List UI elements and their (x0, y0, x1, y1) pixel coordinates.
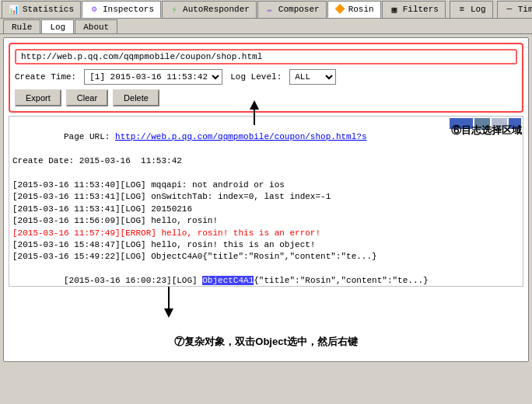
log-line-2: [2015-03-16 11:53:41][LOG] onSwitchTab: … (12, 191, 520, 203)
top-nav-bar: 📊 Statistics ⚙ Inspectors ⚡ AutoResponde… (0, 0, 532, 19)
controls-row: Create Time: [1] 2015-03-16 11:53:42 Log… (15, 69, 517, 85)
sub-tab-log[interactable]: Log (41, 19, 74, 33)
page-url-label: Page URL: (64, 132, 115, 141)
log-line-5: [2015-03-16 11:57:49][ERROR] hello, rosi… (12, 228, 520, 239)
tab-rosin[interactable]: 🔶 Rosin (327, 1, 381, 18)
log-line-7: [2015-03-16 15:49:22][LOG] ObjectC4A0{"t… (12, 251, 520, 263)
tab-log-label: Log (471, 5, 486, 14)
rosin-icon: 🔶 (334, 4, 345, 15)
tab-filters[interactable]: ▦ Filters (382, 1, 446, 18)
create-time-label: Create Time: (15, 72, 76, 82)
arrow-down-container (164, 287, 173, 318)
log-output[interactable]: Page URL: http://web.p.qq.com/qqmpmobile… (9, 116, 523, 287)
create-time-select[interactable]: [1] 2015-03-16 11:53:42 (84, 69, 222, 85)
log-create-date: Create Date: 2015-03-16 11:53:42 (12, 155, 520, 167)
tab-autoresponder-label: AutoResponder (183, 5, 250, 14)
color-block-mid (474, 118, 490, 129)
auto-icon: ⚡ (169, 4, 180, 15)
export-button[interactable]: Export (15, 89, 61, 106)
tab-statistics[interactable]: 📊 Statistics (2, 1, 81, 18)
color-block-light (492, 118, 507, 129)
log-section: Page URL: http://web.p.qq.com/qqmpmobile… (9, 116, 523, 287)
sub-tab-rule-label: Rule (12, 23, 32, 32)
log-page-url: Page URL: http://web.p.qq.com/qqmpmobile… (12, 120, 520, 155)
log-empty (12, 168, 520, 179)
clear-button[interactable]: Clear (66, 89, 108, 106)
main-panel: Create Time: [1] 2015-03-16 11:53:42 Log… (3, 37, 529, 362)
arrow-head-down (164, 308, 173, 318)
sub-tab-about-label: About (83, 23, 109, 32)
log-level-select[interactable]: ALL LOG INFO WARN ERROR (289, 69, 336, 85)
log-highlighted-object[interactable]: ObjectC4A1 (202, 276, 254, 285)
inspect-icon: ⚙ (89, 4, 100, 15)
log-icon: ≡ (457, 4, 467, 15)
sub-nav-bar: Rule Log About (0, 19, 532, 34)
color-block-blue (450, 118, 473, 129)
buttons-row: Export Clear Delete (15, 89, 517, 106)
tab-filters-label: Filters (403, 5, 439, 14)
timeline-icon: ─ (504, 4, 515, 15)
page-url-link[interactable]: http://web.p.qq.com/qqmpmobile/coupon/sh… (115, 132, 366, 141)
tab-statistics-label: Statistics (23, 5, 74, 14)
sub-tab-log-label: Log (50, 23, 65, 32)
log-line-4: [2015-03-16 11:56:09][LOG] hello, rosin! (12, 215, 520, 227)
tab-inspectors[interactable]: ⚙ Inspectors (82, 1, 161, 18)
color-block-blue2 (509, 118, 521, 129)
tab-composer-label: Composer (278, 5, 320, 14)
chart-icon: 📊 (9, 4, 19, 15)
sub-tab-about[interactable]: About (75, 19, 117, 33)
color-blocks (448, 117, 523, 131)
filter-icon: ▦ (389, 4, 400, 15)
compose-icon: ✏ (264, 4, 275, 15)
tab-timeline[interactable]: ─ Timeline (497, 1, 532, 18)
tab-composer[interactable]: ✏ Composer (257, 1, 327, 18)
arrow-shaft-down (168, 287, 170, 308)
annotation-bottom: ⑦复杂对象，双击Object选中，然后右键 (174, 335, 357, 349)
bottom-annotation-area: ⑦复杂对象，双击Object选中，然后右键 (9, 287, 523, 357)
log-line-8-rest: {"title":"Rosin","content":"te...} (254, 276, 428, 285)
tab-timeline-label: Timeline (518, 5, 532, 14)
log-line-6: [2015-03-16 15:48:47][LOG] hello, rosin!… (12, 239, 520, 251)
url-input[interactable] (15, 49, 517, 64)
controls-box: Create Time: [1] 2015-03-16 11:53:42 Log… (9, 43, 523, 113)
delete-button[interactable]: Delete (113, 89, 159, 106)
tab-rosin-label: Rosin (348, 5, 374, 14)
log-level-label: Log Level: (230, 72, 282, 82)
tab-inspectors-label: Inspectors (103, 5, 154, 14)
log-line-1: [2015-03-16 11:53:40][LOG] mqqapi: not a… (12, 179, 520, 191)
sub-tab-rule[interactable]: Rule (3, 19, 40, 33)
log-line-3: [2015-03-16 11:53:41][LOG] 20150216 (12, 204, 520, 215)
tab-autoresponder[interactable]: ⚡ AutoResponder (162, 1, 257, 18)
log-line-8: [2015-03-16 16:00:23][LOG] ObjectC4A1{"t… (12, 263, 520, 287)
tab-log[interactable]: ≡ Log (450, 1, 493, 18)
log-line-8-time: [2015-03-16 16:00:23][LOG] (64, 276, 202, 285)
